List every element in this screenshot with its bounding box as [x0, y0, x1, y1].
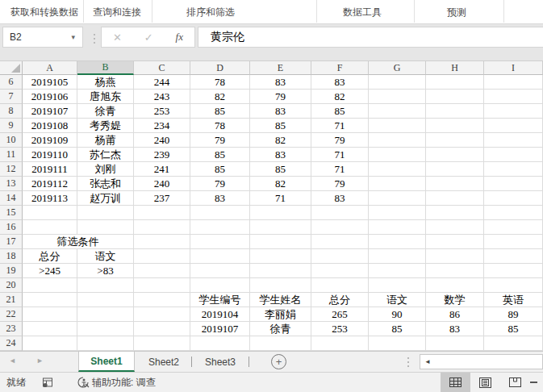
cell-B22[interactable]: [77, 307, 134, 322]
cell-G17[interactable]: [369, 235, 426, 249]
cell-E17[interactable]: [250, 235, 311, 249]
column-header-C[interactable]: C: [134, 61, 190, 75]
cell-A23[interactable]: [23, 322, 77, 336]
cell-A12[interactable]: 2019111: [23, 162, 77, 177]
row-header-18[interactable]: 18: [0, 249, 23, 264]
cell-F19[interactable]: [311, 264, 369, 278]
cell-B23[interactable]: [77, 322, 134, 336]
cell-C22[interactable]: [134, 307, 190, 322]
cell-E6[interactable]: 83: [250, 75, 311, 90]
cell-G15[interactable]: [369, 206, 426, 220]
cancel-icon[interactable]: ✕: [113, 31, 122, 44]
cell-F14[interactable]: 83: [311, 191, 369, 206]
column-header-D[interactable]: D: [190, 61, 250, 75]
cell-I9[interactable]: [484, 119, 543, 133]
cell-F9[interactable]: 71: [311, 119, 369, 133]
cell-D7[interactable]: 82: [190, 90, 250, 104]
cell-A10[interactable]: 2019109: [23, 133, 77, 148]
cell-E18[interactable]: [250, 249, 311, 264]
cell-C12[interactable]: 241: [134, 162, 190, 177]
cell-I23[interactable]: 85: [484, 322, 543, 336]
cell-H18[interactable]: [426, 249, 484, 264]
cell-C11[interactable]: 239: [134, 148, 190, 162]
cell-I22[interactable]: 89: [484, 307, 543, 322]
cell-D10[interactable]: 79: [190, 133, 250, 148]
cell-B11[interactable]: 苏仁杰: [77, 148, 134, 162]
cell-B8[interactable]: 徐青: [77, 104, 134, 119]
cell-H7[interactable]: [426, 90, 484, 104]
cell-E14[interactable]: 71: [250, 191, 311, 206]
cell-H8[interactable]: [426, 104, 484, 119]
cell-A15[interactable]: [23, 206, 77, 220]
cell-G13[interactable]: [369, 177, 426, 191]
cell-D6[interactable]: 78: [190, 75, 250, 90]
cell-D19[interactable]: [190, 264, 250, 278]
cell-D9[interactable]: 78: [190, 119, 250, 133]
row-header-16[interactable]: 16: [0, 220, 23, 235]
row-header-15[interactable]: 15: [0, 206, 23, 220]
name-box-dropdown-icon[interactable]: ▾: [71, 33, 82, 41]
cell-E24[interactable]: [250, 336, 311, 351]
cell-C20[interactable]: [134, 278, 190, 293]
cell-C18[interactable]: [134, 249, 190, 264]
cell-G12[interactable]: [369, 162, 426, 177]
cell-H14[interactable]: [426, 191, 484, 206]
cell-F7[interactable]: 82: [311, 90, 369, 104]
cell-I13[interactable]: [484, 177, 543, 191]
cell-B9[interactable]: 考秀媞: [77, 119, 134, 133]
cell-A21[interactable]: [23, 293, 77, 307]
cell-G20[interactable]: [369, 278, 426, 293]
cell-B18[interactable]: 语文: [77, 249, 134, 264]
cell-D17[interactable]: [190, 235, 250, 249]
cell-H12[interactable]: [426, 162, 484, 177]
cell-D18[interactable]: [190, 249, 250, 264]
cell-G7[interactable]: [369, 90, 426, 104]
cell-G14[interactable]: [369, 191, 426, 206]
row-header-12[interactable]: 12: [0, 162, 23, 177]
cell-D11[interactable]: 85: [190, 148, 250, 162]
cell-E15[interactable]: [250, 206, 311, 220]
cell-E19[interactable]: [250, 264, 311, 278]
cell-G21[interactable]: 语文: [369, 293, 426, 307]
cell-I6[interactable]: [484, 75, 543, 90]
view-page-layout-button[interactable]: [470, 373, 500, 392]
row-header-21[interactable]: 21: [0, 293, 23, 307]
cell-F8[interactable]: 85: [311, 104, 369, 119]
cell-E12[interactable]: 85: [250, 162, 311, 177]
cell-F17[interactable]: [311, 235, 369, 249]
cell-A14[interactable]: 2019113: [23, 191, 77, 206]
column-header-B[interactable]: B: [77, 61, 134, 75]
row-header-19[interactable]: 19: [0, 264, 23, 278]
cell-B14[interactable]: 赵万训: [77, 191, 134, 206]
cell-H24[interactable]: [426, 336, 484, 351]
tab-sheet3[interactable]: Sheet3: [192, 352, 249, 372]
row-header-13[interactable]: 13: [0, 177, 23, 191]
scrollbar-grip[interactable]: [407, 357, 409, 367]
name-box[interactable]: B2 ▾: [2, 27, 83, 48]
cell-D16[interactable]: [190, 220, 250, 235]
cell-E21[interactable]: 学生姓名: [250, 293, 311, 307]
cell-F10[interactable]: 79: [311, 133, 369, 148]
cell-I7[interactable]: [484, 90, 543, 104]
cell-C15[interactable]: [134, 206, 190, 220]
cell-D22[interactable]: 2019104: [190, 307, 250, 322]
cell-E20[interactable]: [250, 278, 311, 293]
cell-I21[interactable]: 英语: [484, 293, 543, 307]
cell-B20[interactable]: [77, 278, 134, 293]
cell-G23[interactable]: 85: [369, 322, 426, 336]
cell-C23[interactable]: [134, 322, 190, 336]
status-accessibility-text[interactable]: 辅助功能: 调查: [92, 376, 156, 390]
cell-E8[interactable]: 83: [250, 104, 311, 119]
cell-H17[interactable]: [426, 235, 484, 249]
cell-A13[interactable]: 2019112: [23, 177, 77, 191]
column-header-H[interactable]: H: [426, 61, 484, 75]
column-header-F[interactable]: F: [311, 61, 369, 75]
tab-sheet2[interactable]: Sheet2: [136, 352, 192, 372]
row-header-6[interactable]: 6: [0, 75, 23, 90]
cell-G18[interactable]: [369, 249, 426, 264]
cell-I16[interactable]: [484, 220, 543, 235]
zoom-out-icon[interactable]: [530, 382, 537, 383]
column-header-E[interactable]: E: [250, 61, 311, 75]
record-macro-icon[interactable]: [42, 377, 53, 388]
cell-G11[interactable]: [369, 148, 426, 162]
